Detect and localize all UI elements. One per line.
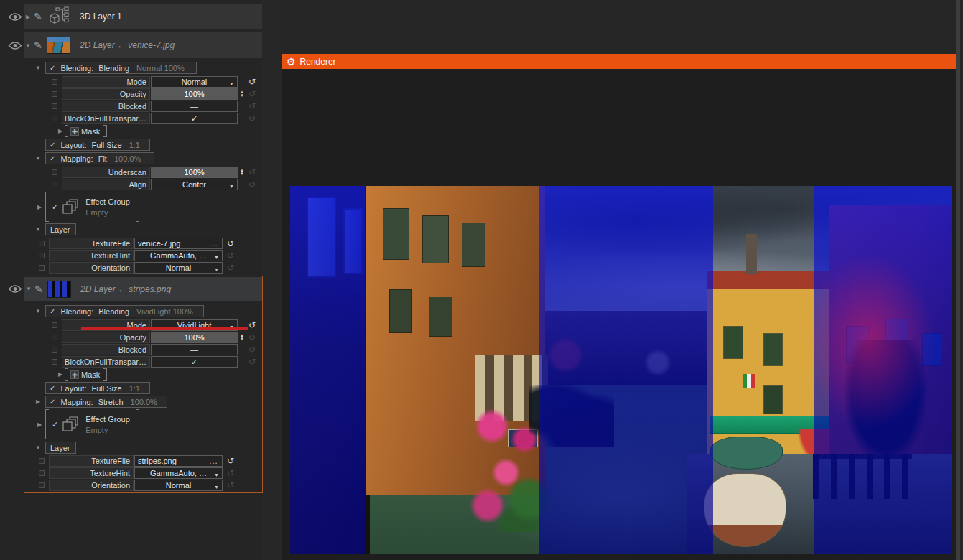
animate-checkbox[interactable] bbox=[52, 103, 57, 109]
animate-checkbox[interactable] bbox=[39, 265, 45, 271]
block-on-full-toggle[interactable]: ✓ bbox=[151, 356, 238, 368]
texture-hint-dropdown[interactable]: GammaAuto, …▼ bbox=[134, 250, 223, 261]
add-mask-icon[interactable]: ✚ bbox=[70, 370, 79, 379]
reset-icon[interactable]: ↺ bbox=[248, 101, 256, 111]
animate-checkbox[interactable] bbox=[52, 322, 57, 328]
texture-hint-dropdown[interactable]: GammaAuto, …▼ bbox=[134, 467, 223, 479]
animate-checkbox[interactable] bbox=[52, 169, 57, 175]
edit-pencil-icon[interactable]: ✎ bbox=[32, 11, 44, 22]
visibility-eye-icon[interactable] bbox=[8, 12, 22, 22]
expander-closed-icon[interactable]: ▶ bbox=[36, 204, 43, 210]
expander-open-icon[interactable]: ▼ bbox=[34, 155, 42, 162]
orientation-dropdown[interactable]: Normal▼ bbox=[134, 262, 223, 274]
enabled-check[interactable]: ✓ bbox=[50, 384, 55, 392]
reset-icon[interactable]: ↺ bbox=[227, 251, 234, 261]
reset-icon[interactable]: ↺ bbox=[227, 480, 234, 490]
enabled-check[interactable]: ✓ bbox=[52, 202, 58, 212]
visibility-eye-icon[interactable] bbox=[8, 41, 22, 50]
section-header-mapping[interactable]: ✓ Mapping: Stretch 100.0% bbox=[45, 396, 167, 408]
section-header-mapping[interactable]: ✓ Mapping: Fit 100.0% bbox=[45, 152, 154, 164]
reset-icon[interactable]: ↺ bbox=[248, 345, 256, 355]
reset-icon[interactable]: ↺ bbox=[248, 320, 256, 330]
expander-closed-icon[interactable]: ▶ bbox=[56, 128, 65, 134]
section-header-blending[interactable]: ✓ Blending: Blending Normal 100% bbox=[45, 62, 197, 74]
reset-icon[interactable]: ↺ bbox=[248, 113, 256, 123]
effect-group[interactable]: ✓ Effect Group Empty bbox=[45, 192, 147, 222]
reset-icon[interactable]: ↺ bbox=[227, 468, 234, 478]
mode-dropdown[interactable]: Normal▼ bbox=[151, 76, 238, 88]
animate-checkbox[interactable] bbox=[52, 347, 57, 353]
enabled-check[interactable]: ✓ bbox=[50, 398, 55, 406]
block-on-full-toggle[interactable]: ✓ bbox=[151, 113, 238, 124]
expander-open-icon[interactable]: ▼ bbox=[34, 308, 42, 314]
effect-group[interactable]: ✓ Effect Group Empty bbox=[45, 409, 147, 439]
reset-icon[interactable]: ↺ bbox=[248, 77, 256, 87]
section-header-layout[interactable]: ✓ Layout: Full Size 1:1 bbox=[45, 139, 150, 151]
underscan-input[interactable]: 100% bbox=[151, 167, 238, 178]
blocked-toggle[interactable]: — bbox=[151, 344, 238, 355]
expander-open-icon[interactable]: ▼ bbox=[34, 226, 42, 233]
layer-row-stripes[interactable]: ▼ ✎ 2D Layer ← stripes.png bbox=[24, 277, 262, 301]
reset-icon[interactable]: ↺ bbox=[248, 332, 256, 342]
opacity-input[interactable]: 100% bbox=[151, 88, 238, 100]
animate-checkbox[interactable] bbox=[52, 359, 57, 365]
renderer-viewport[interactable] bbox=[290, 186, 952, 554]
expander-open-icon[interactable]: ▼ bbox=[24, 42, 32, 49]
animate-checkbox[interactable] bbox=[52, 116, 57, 121]
reset-icon[interactable]: ↺ bbox=[227, 456, 234, 466]
scrollbar[interactable] bbox=[956, 0, 960, 560]
reset-icon[interactable]: ↺ bbox=[248, 89, 256, 99]
gear-icon[interactable]: ⚙ bbox=[287, 56, 296, 67]
visibility-eye-icon[interactable] bbox=[8, 284, 22, 294]
layer-row-3d-layer-1[interactable]: ▶ ✎ 3D Layer 1 bbox=[24, 4, 262, 29]
value-stepper[interactable]: ▲▼ bbox=[240, 334, 244, 341]
expander-closed-icon[interactable]: ▶ bbox=[34, 398, 42, 405]
mask-row[interactable]: ▶ ✚ Mask bbox=[56, 125, 107, 137]
add-mask-icon[interactable]: ✚ bbox=[70, 127, 79, 136]
enabled-check[interactable]: ✓ bbox=[50, 64, 55, 72]
expander-open-icon[interactable]: ▼ bbox=[24, 286, 33, 292]
expander-closed-icon[interactable]: ▶ bbox=[36, 421, 43, 428]
animate-checkbox[interactable] bbox=[39, 253, 45, 258]
expander-closed-icon[interactable]: ▶ bbox=[24, 14, 32, 20]
animate-checkbox[interactable] bbox=[52, 182, 57, 187]
renderer-header[interactable]: ⚙ Renderer bbox=[282, 54, 958, 69]
layer-row-venice[interactable]: ▼ ✎ 2D Layer ← venice-7.jpg bbox=[24, 32, 262, 58]
edit-pencil-icon[interactable]: ✎ bbox=[32, 39, 44, 51]
animate-checkbox[interactable] bbox=[39, 482, 45, 488]
section-header-layout[interactable]: ✓ Layout: Full Size 1:1 bbox=[45, 382, 150, 394]
animate-checkbox[interactable] bbox=[39, 241, 45, 246]
section-header-layer[interactable]: Layer bbox=[45, 442, 76, 454]
opacity-input[interactable]: 100% bbox=[151, 332, 238, 343]
mask-row[interactable]: ▶ ✚ Mask bbox=[56, 368, 107, 381]
enabled-check[interactable]: ✓ bbox=[50, 307, 55, 315]
value-stepper[interactable]: ▲▼ bbox=[240, 90, 244, 98]
reset-icon[interactable]: ↺ bbox=[227, 238, 234, 248]
browse-button[interactable]: ... bbox=[210, 238, 218, 248]
expander-open-icon[interactable]: ▼ bbox=[34, 444, 42, 451]
texture-file-input[interactable]: stripes.png... bbox=[134, 455, 223, 467]
value-stepper[interactable]: ▲▼ bbox=[240, 169, 244, 176]
animate-checkbox[interactable] bbox=[39, 458, 45, 464]
animate-checkbox[interactable] bbox=[52, 79, 57, 85]
animate-checkbox[interactable] bbox=[52, 91, 57, 97]
reset-icon[interactable]: ↺ bbox=[248, 179, 256, 190]
orientation-dropdown[interactable]: Normal▼ bbox=[134, 480, 223, 491]
browse-button[interactable]: ... bbox=[210, 456, 218, 466]
expander-closed-icon[interactable]: ▶ bbox=[56, 371, 65, 378]
enabled-check[interactable]: ✓ bbox=[52, 420, 58, 429]
enabled-check[interactable]: ✓ bbox=[50, 154, 55, 162]
animate-checkbox[interactable] bbox=[52, 335, 57, 340]
expander-open-icon[interactable]: ▼ bbox=[34, 65, 42, 71]
enabled-check[interactable]: ✓ bbox=[50, 141, 55, 149]
reset-icon[interactable]: ↺ bbox=[248, 357, 256, 367]
edit-pencil-icon[interactable]: ✎ bbox=[33, 284, 45, 295]
section-header-blending[interactable]: ✓ Blending: Blending VividLight 100% bbox=[45, 305, 204, 317]
reset-icon[interactable]: ↺ bbox=[227, 263, 234, 273]
texture-file-input[interactable]: venice-7.jpg... bbox=[134, 238, 223, 249]
blocked-toggle[interactable]: — bbox=[151, 101, 238, 112]
animate-checkbox[interactable] bbox=[39, 470, 45, 476]
section-header-layer[interactable]: Layer bbox=[45, 223, 76, 235]
reset-icon[interactable]: ↺ bbox=[248, 167, 256, 177]
align-dropdown[interactable]: Center▼ bbox=[151, 179, 238, 190]
